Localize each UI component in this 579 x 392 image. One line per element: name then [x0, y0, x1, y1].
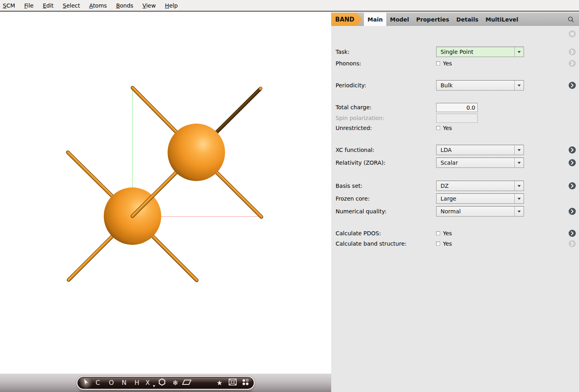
- plane-tool-button[interactable]: [182, 379, 192, 387]
- spin-polarization-input: [436, 114, 478, 123]
- total-charge-label: Total charge:: [336, 104, 372, 111]
- basis-set-detail-button[interactable]: [569, 182, 576, 189]
- menu-file-rest: ile: [27, 2, 34, 9]
- menu-atoms-rest: toms: [93, 2, 107, 9]
- dropdown-arrow-icon[interactable]: [514, 194, 524, 203]
- dropdown-arrow-icon[interactable]: [514, 145, 524, 155]
- dropdown-arrow-icon[interactable]: [514, 81, 524, 90]
- unrestricted-checkbox-label: Yes: [443, 125, 452, 131]
- menu-atoms-mnemonic: A: [89, 2, 93, 9]
- dropdown-arrow-icon[interactable]: [514, 47, 524, 57]
- calculate-pdos-checkbox[interactable]: Yes: [436, 230, 452, 237]
- total-charge-input[interactable]: 0.0: [436, 103, 478, 112]
- numerical-quality-select[interactable]: Normal: [436, 206, 524, 217]
- tab-properties[interactable]: Properties: [413, 13, 453, 26]
- menu-help[interactable]: Help: [165, 2, 178, 9]
- chevron-right-icon: [569, 182, 576, 189]
- builder-toolbar: C O N H X ❄ ★: [77, 376, 255, 390]
- periodicity-detail-button[interactable]: [569, 82, 576, 89]
- menu-scm[interactable]: SCM: [3, 2, 15, 9]
- unrestricted-checkbox[interactable]: Yes: [436, 124, 452, 132]
- checkbox-icon: [436, 126, 440, 130]
- ring-tool-button[interactable]: [158, 378, 166, 388]
- basis-set-value: DZ: [441, 183, 449, 189]
- menu-view-mnemonic: V: [142, 2, 146, 9]
- xc-functional-value: LDA: [441, 147, 452, 153]
- chevron-right-icon: [569, 146, 576, 154]
- numerical-quality-value: Normal: [441, 208, 461, 215]
- menu-help-rest: elp: [169, 2, 178, 9]
- nitrogen-tool-button[interactable]: N: [122, 380, 126, 386]
- calculate-band-structure-checkbox[interactable]: Yes: [436, 240, 452, 247]
- task-value: Single Point: [441, 49, 473, 55]
- tab-model[interactable]: Model: [386, 13, 413, 26]
- relativity-select[interactable]: Scalar: [436, 158, 524, 168]
- star-tool-button[interactable]: ★: [216, 380, 222, 386]
- phonons-checkbox[interactable]: Yes: [436, 60, 452, 67]
- band-settings-panel: BAND Main Model Properties Details Multi…: [331, 12, 579, 392]
- fragments-tool-button[interactable]: [242, 378, 249, 388]
- panel-tab-bar: BAND Main Model Properties Details Multi…: [331, 12, 579, 26]
- element-dropdown-arrow-icon[interactable]: [153, 385, 155, 387]
- chevron-right-icon: [569, 82, 576, 89]
- dropdown-arrow-icon[interactable]: [514, 207, 524, 216]
- task-select[interactable]: Single Point: [436, 47, 524, 57]
- xc-functional-detail-button[interactable]: [569, 146, 576, 154]
- menu-file[interactable]: File: [24, 2, 34, 9]
- periodicity-value: Bulk: [441, 82, 453, 89]
- atom[interactable]: [168, 124, 225, 181]
- calculate-band-structure-checkbox-label: Yes: [443, 240, 452, 247]
- relativity-detail-button[interactable]: [569, 159, 576, 166]
- menu-bar: SCM File Edit Select Atoms Bonds View He…: [0, 0, 579, 12]
- molecule-viewport[interactable]: [0, 12, 331, 374]
- search-button[interactable]: [567, 16, 575, 23]
- menu-atoms[interactable]: Atoms: [89, 2, 107, 9]
- calculate-band-structure-label: Calculate band structure:: [336, 240, 407, 247]
- hexagon-icon: [158, 378, 166, 386]
- parallelogram-icon: [182, 380, 192, 385]
- checkbox-icon: [436, 242, 440, 246]
- tab-main[interactable]: Main: [364, 13, 386, 26]
- menu-edit[interactable]: Edit: [43, 2, 53, 9]
- calculate-band-structure-detail-button: [569, 240, 576, 247]
- cursor-arrow-icon: [83, 379, 89, 386]
- xc-functional-select[interactable]: LDA: [436, 145, 524, 155]
- frozen-core-select[interactable]: Large: [436, 193, 524, 204]
- dropdown-arrow-icon[interactable]: [514, 181, 524, 191]
- periodicity-label: Periodicity:: [336, 82, 366, 89]
- 3d-box-icon: [229, 378, 237, 386]
- dropdown-arrow-icon[interactable]: [514, 158, 524, 167]
- tab-multilevel[interactable]: MultiLevel: [482, 13, 522, 26]
- menu-view-rest: iew: [146, 2, 156, 9]
- xc-functional-label: XC functional:: [336, 146, 374, 154]
- phonons-label: Phonons:: [336, 60, 361, 67]
- element-x-tool-button[interactable]: X: [146, 380, 150, 386]
- oxygen-tool-button[interactable]: O: [109, 380, 114, 386]
- relativity-label: Relativity (ZORA):: [336, 159, 385, 166]
- basis-set-select[interactable]: DZ: [436, 181, 524, 191]
- chevron-right-icon: [569, 208, 576, 215]
- menu-scm-rest: CM: [6, 2, 15, 9]
- phonons-detail-button: [569, 60, 576, 67]
- menu-select[interactable]: Select: [63, 2, 80, 9]
- menu-view[interactable]: View: [142, 2, 156, 9]
- calculate-pdos-detail-button[interactable]: [569, 230, 576, 237]
- checkbox-icon: [436, 61, 440, 65]
- calculate-pdos-checkbox-label: Yes: [443, 230, 452, 236]
- menu-bonds[interactable]: Bonds: [116, 2, 133, 9]
- spin-polarization-label: Spin polarization:: [336, 114, 384, 122]
- menu-scm-mnemonic: S: [3, 2, 6, 9]
- crystal-tool-button[interactable]: ❄: [172, 380, 178, 386]
- tab-details[interactable]: Details: [453, 13, 482, 26]
- unrestricted-label: Unrestricted:: [336, 124, 372, 132]
- hydrogen-tool-button[interactable]: H: [134, 380, 139, 386]
- periodicity-select[interactable]: Bulk: [436, 80, 524, 91]
- carbon-tool-button[interactable]: C: [95, 380, 100, 386]
- product-badge: BAND: [331, 13, 362, 26]
- magnifier-icon: [567, 16, 575, 23]
- numerical-quality-label: Numerical quality:: [336, 208, 386, 215]
- numerical-quality-detail-button[interactable]: [569, 208, 576, 215]
- basis-set-label: Basis set:: [336, 182, 362, 189]
- cell-tool-button[interactable]: [229, 378, 237, 387]
- pointer-tool-button[interactable]: [83, 379, 89, 387]
